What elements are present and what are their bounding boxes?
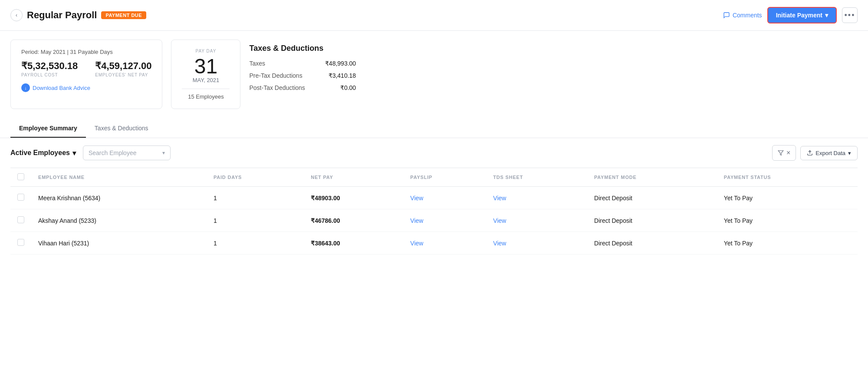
employees-tbody: Meera Krishnan (5634) 1 ₹48903.00 View V… bbox=[10, 187, 858, 255]
column-header-net-pay: NET PAY bbox=[304, 168, 403, 187]
tax-rows: Taxes₹48,993.00Pre-Tax Deductions₹3,410.… bbox=[249, 60, 356, 91]
tax-name: Taxes bbox=[249, 60, 265, 67]
download-icon: ↓ bbox=[21, 83, 30, 92]
net-pay-cell: ₹48903.00 bbox=[304, 187, 403, 209]
chevron-down-icon: ▾ bbox=[72, 149, 76, 157]
payslip-view-link[interactable]: View bbox=[403, 187, 486, 209]
payday-employees: 15 Employees bbox=[182, 93, 230, 100]
payment-status-cell: Yet To Pay bbox=[717, 187, 858, 209]
column-header-payment-mode: PAYMENT MODE bbox=[587, 168, 717, 187]
row-checkbox[interactable] bbox=[17, 194, 24, 201]
initiate-payment-button[interactable]: Initiate Payment ▾ bbox=[767, 7, 837, 23]
paid-days-cell: 1 bbox=[207, 187, 304, 209]
column-header-paid-days: PAID DAYS bbox=[207, 168, 304, 187]
row-checkbox[interactable] bbox=[17, 216, 24, 223]
comments-icon bbox=[723, 12, 730, 19]
payroll-card: Period: May 2021 | 31 Payable Days ₹5,32… bbox=[10, 40, 162, 109]
period-text: Period: May 2021 | 31 Payable Days bbox=[21, 49, 151, 55]
table-controls-right: × Export Data ▾ bbox=[772, 145, 858, 161]
tax-row: Pre-Tax Deductions₹3,410.18 bbox=[249, 72, 356, 79]
export-data-button[interactable]: Export Data ▾ bbox=[800, 146, 858, 160]
header-left: ‹ Regular Payroll PAYMENT DUE bbox=[10, 9, 718, 21]
payment-mode-cell: Direct Deposit bbox=[587, 209, 717, 232]
tax-value: ₹0.00 bbox=[340, 84, 356, 91]
back-icon: ‹ bbox=[16, 12, 17, 18]
svg-marker-0 bbox=[778, 151, 783, 155]
active-employees-dropdown[interactable]: Active Employees ▾ bbox=[10, 149, 76, 157]
tax-name: Post-Tax Deductions bbox=[249, 84, 305, 91]
payment-mode-cell: Direct Deposit bbox=[587, 232, 717, 255]
column-header-tds-sheet: TDS SHEET bbox=[486, 168, 587, 187]
chevron-down-icon: ▾ bbox=[825, 12, 828, 19]
filter-icon bbox=[778, 150, 784, 156]
net-pay-label: EMPLOYEES' NET PAY bbox=[95, 73, 151, 77]
search-employee-dropdown[interactable]: Search Employee ▾ bbox=[83, 146, 171, 160]
row-checkbox-cell bbox=[10, 187, 31, 209]
employee-name-cell: Vihaan Hari (5231) bbox=[31, 232, 207, 255]
net-pay-value: ₹4,59,127.00 bbox=[95, 60, 151, 72]
header-right: Comments Initiate Payment ▾ ••• bbox=[723, 7, 858, 23]
summary-section: Period: May 2021 | 31 Payable Days ₹5,32… bbox=[0, 31, 868, 118]
select-all-checkbox[interactable] bbox=[17, 173, 24, 180]
table-row: Vihaan Hari (5231) 1 ₹38643.00 View View… bbox=[10, 232, 858, 255]
payment-status-cell: Yet To Pay bbox=[717, 232, 858, 255]
tds-sheet-view-link[interactable]: View bbox=[486, 209, 587, 232]
select-all-column bbox=[10, 168, 31, 187]
filter-button[interactable]: × bbox=[772, 145, 796, 161]
search-chevron-icon: ▾ bbox=[162, 150, 165, 156]
comments-button[interactable]: Comments bbox=[723, 12, 762, 19]
payment-status-cell: Yet To Pay bbox=[717, 209, 858, 232]
tds-sheet-view-link[interactable]: View bbox=[486, 187, 587, 209]
payroll-cost-value: ₹5,32,530.18 bbox=[21, 60, 78, 72]
tds-sheet-view-link[interactable]: View bbox=[486, 232, 587, 255]
page-title: Regular Payroll bbox=[27, 10, 97, 21]
export-icon bbox=[807, 150, 813, 156]
net-pay-cell: ₹38643.00 bbox=[304, 232, 403, 255]
net-pay-cell: ₹46786.00 bbox=[304, 209, 403, 232]
payment-due-badge: PAYMENT DUE bbox=[101, 11, 146, 19]
payday-month-year: MAY, 2021 bbox=[182, 77, 230, 89]
payroll-cost-block: ₹5,32,530.18 PAYROLL COST bbox=[21, 60, 78, 77]
tax-value: ₹3,410.18 bbox=[329, 72, 356, 79]
column-header-payslip: PAYSLIP bbox=[403, 168, 486, 187]
download-bank-advice-link[interactable]: ↓ Download Bank Advice bbox=[21, 83, 151, 92]
table-row: Meera Krishnan (5634) 1 ₹48903.00 View V… bbox=[10, 187, 858, 209]
paid-days-cell: 1 bbox=[207, 209, 304, 232]
payday-day: 31 bbox=[182, 56, 230, 77]
employee-name-cell: Akshay Anand (5233) bbox=[31, 209, 207, 232]
tax-name: Pre-Tax Deductions bbox=[249, 72, 302, 79]
table-controls: Active Employees ▾ Search Employee ▾ × E… bbox=[0, 138, 868, 168]
employees-table-wrapper: EMPLOYEE NAME PAID DAYS NET PAY PAYSLIP … bbox=[0, 168, 868, 255]
tab-employee-summary[interactable]: Employee Summary bbox=[10, 119, 86, 138]
table-header-row: EMPLOYEE NAME PAID DAYS NET PAY PAYSLIP … bbox=[10, 168, 858, 187]
more-options-button[interactable]: ••• bbox=[842, 7, 858, 23]
tax-row: Taxes₹48,993.00 bbox=[249, 60, 356, 67]
row-checkbox-cell bbox=[10, 232, 31, 255]
row-checkbox-cell bbox=[10, 209, 31, 232]
payroll-cost-label: PAYROLL COST bbox=[21, 73, 78, 77]
payday-label: PAY DAY bbox=[182, 49, 230, 53]
payslip-view-link[interactable]: View bbox=[403, 209, 486, 232]
amounts-container: ₹5,32,530.18 PAYROLL COST ₹4,59,127.00 E… bbox=[21, 60, 151, 77]
export-chevron-icon: ▾ bbox=[848, 150, 851, 156]
tax-row: Post-Tax Deductions₹0.00 bbox=[249, 84, 356, 91]
net-pay-block: ₹4,59,127.00 EMPLOYEES' NET PAY bbox=[95, 60, 151, 77]
column-header-name: EMPLOYEE NAME bbox=[31, 168, 207, 187]
paid-days-cell: 1 bbox=[207, 232, 304, 255]
column-header-payment-status: PAYMENT STATUS bbox=[717, 168, 858, 187]
taxes-card: Taxes & Deductions Taxes₹48,993.00Pre-Ta… bbox=[249, 40, 356, 109]
tax-value: ₹48,993.00 bbox=[325, 60, 356, 67]
back-button[interactable]: ‹ bbox=[10, 9, 23, 21]
payslip-view-link[interactable]: View bbox=[403, 232, 486, 255]
tabs-bar: Employee Summary Taxes & Deductions bbox=[0, 119, 868, 138]
row-checkbox[interactable] bbox=[17, 239, 24, 246]
payment-mode-cell: Direct Deposit bbox=[587, 187, 717, 209]
taxes-title: Taxes & Deductions bbox=[249, 44, 356, 53]
tab-taxes-deductions[interactable]: Taxes & Deductions bbox=[86, 119, 157, 138]
payday-card: PAY DAY 31 MAY, 2021 15 Employees bbox=[171, 40, 240, 109]
employee-name-cell: Meera Krishnan (5634) bbox=[31, 187, 207, 209]
employees-table: EMPLOYEE NAME PAID DAYS NET PAY PAYSLIP … bbox=[10, 168, 858, 255]
header: ‹ Regular Payroll PAYMENT DUE Comments I… bbox=[0, 0, 868, 31]
table-row: Akshay Anand (5233) 1 ₹46786.00 View Vie… bbox=[10, 209, 858, 232]
